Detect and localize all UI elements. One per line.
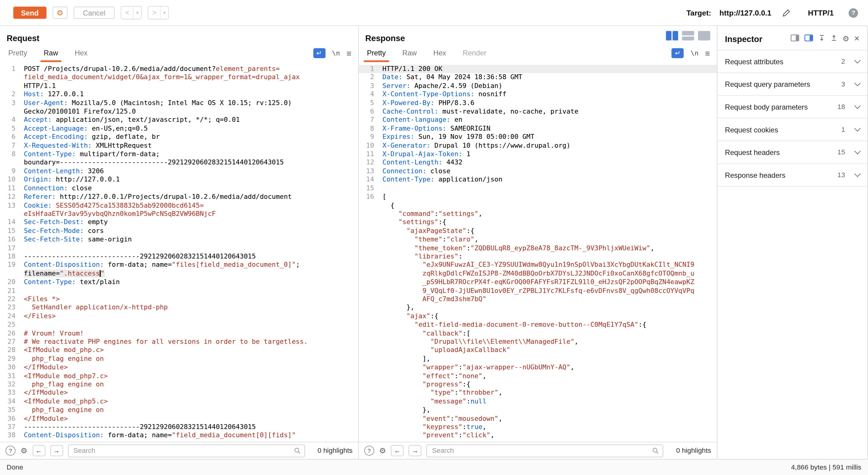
cancel-button[interactable]: Cancel: [73, 7, 115, 19]
collapse-all-icon[interactable]: [830, 34, 838, 44]
response-viewer[interactable]: 1HTTP/1.1 200 OK2Date: Sat, 04 May 2024 …: [359, 62, 717, 442]
code-segment: User-Agent:: [24, 99, 68, 106]
code-segment: HTTP/1.1: [24, 82, 56, 90]
edit-target-pencil-icon[interactable]: [782, 8, 790, 17]
inspector-section-request-body-parameters[interactable]: Request body parameters18: [717, 96, 867, 119]
inspector-pane-icon[interactable]: [790, 34, 799, 44]
tab-pretty[interactable]: Pretty: [365, 49, 388, 62]
tab-hex[interactable]: Hex: [73, 49, 89, 62]
inspector-pane-active-icon[interactable]: [804, 34, 813, 44]
code-segment: same-origin: [84, 235, 132, 243]
code-segment: form-data; name=: [104, 432, 172, 439]
chevron-down-icon[interactable]: ▾: [160, 7, 168, 19]
inspector-section-request-cookies[interactable]: Request cookies1: [717, 119, 867, 141]
history-back-button[interactable]: < ▾: [121, 6, 142, 20]
line-text: Accept-Language: en-US,en;q=0.5: [16, 125, 358, 133]
code-segment: [52, 201, 56, 209]
chevron-down-icon[interactable]: ▾: [133, 7, 141, 19]
response-editor-icons: ↵ \n ≡: [672, 48, 710, 62]
target-value: http://127.0.0.1: [719, 8, 771, 17]
line-text: ],: [374, 355, 717, 363]
code-segment: <IfModule mod_php7.c>: [24, 372, 108, 379]
expand-all-icon[interactable]: [818, 34, 825, 44]
code-segment: :: [458, 432, 462, 439]
editor-menu-icon[interactable]: ≡: [347, 49, 351, 57]
line-text: "type":"throbber",: [374, 389, 717, 398]
inspector-section-request-headers[interactable]: Request headers15: [717, 141, 867, 164]
search-help-icon[interactable]: ?: [5, 446, 16, 456]
code-line: 30</IfModule>: [0, 363, 358, 372]
line-number: [359, 261, 374, 270]
line-number: 32: [0, 380, 16, 389]
code-line: 13Connection: close: [359, 167, 717, 176]
search-input[interactable]: [72, 446, 290, 455]
search-help-icon[interactable]: ?: [364, 446, 374, 456]
tab-hex[interactable]: Hex: [432, 49, 448, 62]
code-line: "prevent":"click",: [359, 432, 717, 440]
tab-pretty[interactable]: Pretty: [7, 49, 29, 62]
code-line: 1POST /Projects/drupal-10.2.6/media/add/…: [0, 65, 358, 73]
wrap-icon: ↵: [316, 49, 322, 57]
line-number: 4: [0, 116, 16, 125]
inspector-close-icon[interactable]: ×: [854, 34, 860, 43]
code-segment: Connection:: [382, 167, 426, 175]
code-segment: nosniff: [474, 90, 506, 98]
response-panel-title: Response: [365, 33, 710, 43]
code-segment: [382, 295, 423, 303]
code-segment: Accept:: [24, 116, 52, 124]
code-segment: :: [466, 398, 470, 405]
request-editor[interactable]: 1POST /Projects/drupal-10.2.6/media/add/…: [0, 62, 358, 442]
tab-raw[interactable]: Raw: [401, 49, 418, 62]
next-match-button[interactable]: →: [409, 445, 422, 456]
search-settings-gear-icon[interactable]: ⚙: [379, 447, 386, 454]
layout-single-button[interactable]: [698, 31, 710, 40]
code-segment: gzip, deflate, br: [88, 133, 160, 141]
http-version-selector[interactable]: HTTP/1: [808, 8, 834, 17]
line-number: [359, 321, 374, 329]
line-text: Content-Length: 4432: [374, 159, 717, 167]
code-segment: "throbber": [458, 389, 498, 397]
soft-wrap-toggle[interactable]: ↵: [672, 48, 684, 58]
code-segment: Sec-Fetch-Dest:: [24, 218, 84, 226]
history-forward-button[interactable]: > ▾: [148, 6, 169, 20]
soft-wrap-toggle[interactable]: ↵: [313, 48, 325, 58]
line-text: Origin: http://127.0.0.1: [16, 176, 358, 184]
inspector-section-request-query-parameters[interactable]: Request query parameters3: [717, 73, 867, 96]
code-segment: "type": [430, 389, 455, 397]
line-text: X-Generator: Drupal 10 (https://www.drup…: [374, 141, 717, 150]
prev-match-button[interactable]: ←: [32, 445, 45, 456]
code-segment: SESS05d4275ca1538832b5ab92000bcd6145=: [56, 201, 204, 209]
tab-raw[interactable]: Raw: [42, 49, 60, 62]
tab-render[interactable]: Render: [461, 49, 488, 62]
newline-marker-toggle[interactable]: \n: [690, 49, 699, 57]
search-input[interactable]: [431, 446, 649, 455]
search-box[interactable]: [426, 444, 663, 457]
main-area: Request PrettyRawHex ↵ \n ≡ 1POST /Proje…: [0, 26, 868, 459]
line-text: Sec-Fetch-Mode: cors: [16, 227, 358, 235]
line-text: "Drupal\\file\\Element\\ManagedFile",: [374, 338, 717, 346]
search-box[interactable]: [68, 444, 305, 457]
inspector-settings-gear-icon[interactable]: ⚙: [842, 35, 849, 43]
line-text: "libraries":: [374, 252, 717, 261]
code-segment: # Vroum! Vroum!: [24, 329, 84, 337]
line-text: _pS9HLbR7ROcrPX4f-eqKGrOQ00FAFYFsR7IFZL9…: [374, 278, 717, 287]
line-text: Content-Disposition: form-data; name="fi…: [16, 261, 358, 270]
prev-match-button[interactable]: ←: [391, 445, 404, 456]
code-line: 9_VQqLf0-JjUEwn8U1ov0EY_rZPBLJ1Yc7KLFsfq…: [359, 287, 717, 295]
code-segment: Content-Disposition:: [24, 432, 104, 439]
inspector-section-response-headers[interactable]: Response headers13: [717, 164, 867, 187]
code-segment: [382, 270, 423, 277]
next-match-button[interactable]: →: [50, 445, 63, 456]
newline-marker-toggle[interactable]: \n: [332, 49, 340, 57]
line-text: # We reactivate PHP engines for all vers…: [16, 338, 358, 346]
layout-rows-button[interactable]: [682, 31, 694, 40]
code-line: 34<IfModule mod_php5.c>: [0, 398, 358, 406]
layout-columns-button[interactable]: [666, 31, 678, 40]
search-settings-gear-icon[interactable]: ⚙: [21, 447, 27, 454]
help-icon[interactable]: ?: [848, 8, 858, 18]
send-button[interactable]: Send: [13, 7, 46, 19]
inspector-section-request-attributes[interactable]: Request attributes2: [717, 50, 867, 73]
request-settings-button[interactable]: ⚙: [52, 7, 67, 19]
editor-menu-icon[interactable]: ≡: [705, 49, 710, 57]
code-line: 36</IfModule>: [0, 414, 358, 423]
